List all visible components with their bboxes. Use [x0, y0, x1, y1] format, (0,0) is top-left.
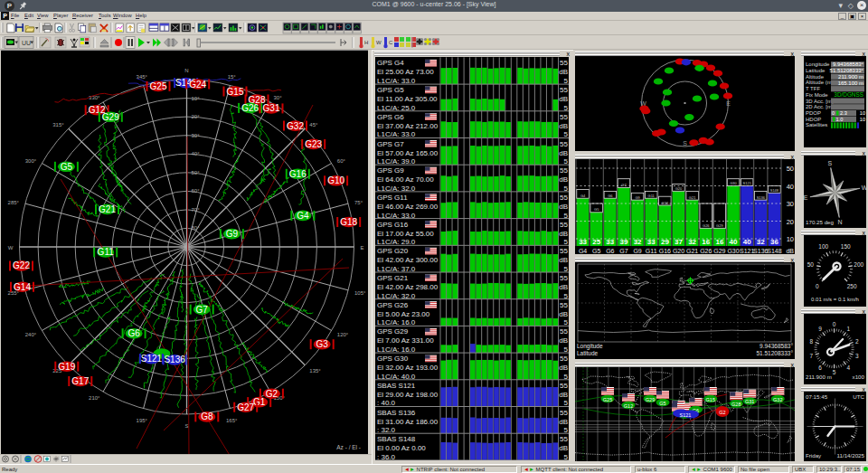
svg-text:G22: G22 — [13, 260, 30, 270]
svg-text:75°: 75° — [354, 200, 363, 205]
svg-text:37: 37 — [675, 238, 683, 246]
svg-text:5: 5 — [564, 292, 569, 300]
svg-text:G9: G9 — [635, 195, 640, 200]
svg-text:GPS G7: GPS G7 — [377, 140, 404, 148]
svg-text:G5: G5 — [61, 162, 73, 172]
svg-text:100: 100 — [818, 243, 828, 250]
svg-text:dB: dB — [559, 203, 568, 211]
svg-text:G9: G9 — [633, 248, 641, 254]
svg-text:dB: dB — [559, 444, 568, 452]
svg-text:55: 55 — [560, 247, 568, 255]
svg-text:40: 40 — [787, 183, 794, 191]
svg-text:32: 32 — [688, 238, 696, 246]
svg-text:dB: dB — [559, 364, 568, 372]
svg-text:5: 5 — [564, 318, 569, 326]
svg-text:dB: dB — [786, 248, 794, 254]
svg-text:G23: G23 — [305, 139, 322, 149]
svg-text:5: 5 — [564, 345, 569, 354]
svg-text:G6: G6 — [608, 194, 613, 198]
svg-text:80°: 80° — [192, 225, 201, 231]
svg-text:S121: S121 — [680, 412, 692, 418]
svg-text:0.01 m/s = 0.1 km/h: 0.01 m/s = 0.1 km/h — [811, 297, 859, 302]
svg-text:55: 55 — [560, 382, 568, 390]
svg-text:N: N — [184, 68, 188, 73]
svg-text:55: 55 — [560, 86, 568, 94]
svg-text:GPS G6: GPS G6 — [377, 113, 404, 121]
svg-text:S136: S136 — [757, 195, 766, 200]
svg-text:10°: 10° — [192, 96, 201, 101]
svg-text:25: 25 — [592, 238, 600, 246]
svg-text:SBAS S148: SBAS S148 — [377, 435, 416, 443]
svg-text:211.900 m: 211.900 m — [806, 374, 832, 380]
svg-text:300°: 300° — [25, 158, 37, 164]
svg-text:G30: G30 — [727, 248, 739, 254]
svg-text:El 17.00 Az 55.00: El 17.00 Az 55.00 — [377, 230, 434, 238]
svg-text:El 29.00 Az 198.00: El 29.00 Az 198.00 — [377, 391, 439, 399]
svg-text:30: 30 — [787, 200, 794, 208]
svg-text:G26: G26 — [703, 223, 710, 228]
svg-text:55: 55 — [560, 274, 568, 282]
svg-text:5: 5 — [564, 265, 569, 273]
svg-text:50: 50 — [787, 165, 794, 173]
svg-text:GPS G21: GPS G21 — [377, 274, 409, 282]
svg-text:5: 5 — [564, 238, 569, 246]
svg-text:S136: S136 — [753, 248, 768, 254]
svg-text:G19: G19 — [58, 362, 75, 372]
svg-text:G28: G28 — [731, 402, 741, 407]
svg-text:55: 55 — [560, 355, 568, 363]
svg-text:E: E — [804, 194, 808, 201]
svg-text:195°: 195° — [137, 418, 148, 423]
svg-text:5: 5 — [564, 453, 569, 460]
svg-text:dB: dB — [559, 95, 568, 103]
svg-text:7: 7 — [810, 353, 814, 359]
svg-text:G16: G16 — [289, 169, 307, 179]
svg-text:55: 55 — [560, 327, 568, 336]
svg-text:x100: x100 — [853, 374, 865, 380]
svg-text:6: 6 — [818, 364, 822, 371]
svg-text:70°: 70° — [192, 207, 201, 213]
svg-text:1: 1 — [846, 326, 850, 332]
svg-text:W: W — [376, 40, 382, 45]
svg-text:Friday: Friday — [806, 452, 822, 459]
svg-text:dB: dB — [559, 149, 568, 157]
svg-text:Latitude: Latitude — [577, 350, 599, 356]
svg-text:S148: S148 — [767, 248, 781, 254]
svg-text:9.94368583°: 9.94368583° — [833, 61, 864, 67]
svg-text:G9: G9 — [226, 229, 239, 239]
svg-text:345°: 345° — [137, 74, 148, 80]
svg-text:S148: S148 — [770, 188, 779, 193]
svg-text:120°: 120° — [337, 332, 349, 337]
svg-text:60°: 60° — [192, 188, 201, 194]
svg-text:55: 55 — [560, 221, 568, 229]
svg-text:El 25.00 Az 73.00: El 25.00 Az 73.00 — [377, 68, 434, 76]
svg-text:9.94368583°: 9.94368583° — [760, 343, 793, 349]
svg-text:10: 10 — [860, 117, 865, 122]
svg-text:GPS G29: GPS G29 — [377, 327, 409, 336]
svg-text:8: 8 — [810, 338, 814, 345]
svg-text:dB: dB — [559, 310, 568, 318]
svg-text:G30: G30 — [730, 181, 737, 185]
svg-text:32: 32 — [757, 238, 765, 246]
svg-text:: 36.0: : 36.0 — [377, 453, 396, 460]
svg-text:51.51208333°: 51.51208333° — [830, 68, 864, 73]
svg-text:5: 5 — [564, 373, 569, 381]
svg-text:210°: 210° — [89, 395, 100, 401]
svg-text:El 31.00 Az 186.00: El 31.00 Az 186.00 — [377, 418, 439, 426]
svg-text:G18: G18 — [340, 217, 357, 227]
svg-text:30°: 30° — [274, 95, 283, 100]
svg-text:5: 5 — [564, 399, 569, 407]
svg-text:211.900 m: 211.900 m — [838, 74, 863, 80]
svg-text:G8: G8 — [201, 412, 213, 421]
svg-text:135°: 135° — [309, 368, 321, 374]
svg-text:Satellites: Satellites — [806, 122, 827, 128]
svg-text:Longitude: Longitude — [806, 61, 830, 67]
svg-text:G4: G4 — [580, 194, 586, 198]
svg-text:5: 5 — [564, 130, 569, 138]
svg-text:55: 55 — [560, 59, 568, 67]
svg-text:G7: G7 — [619, 248, 627, 254]
svg-text:El 57.00 Az 165.00: El 57.00 Az 165.00 — [377, 149, 439, 157]
svg-text:G25: G25 — [603, 397, 612, 402]
svg-text:G7: G7 — [621, 183, 627, 187]
svg-text:PDOP: PDOP — [806, 110, 821, 116]
svg-text:G26: G26 — [241, 103, 259, 113]
